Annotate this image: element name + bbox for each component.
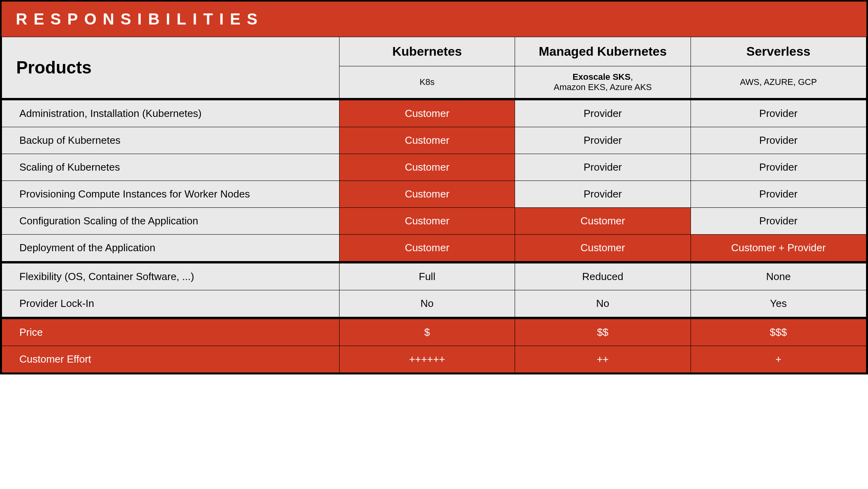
cell-flexibility-serverless: None <box>691 262 866 290</box>
cell-backup-managed: Provider <box>515 127 691 154</box>
cell-flexibility-k8s: Full <box>339 262 515 290</box>
cell-config-scaling-app-managed: Customer <box>515 208 691 235</box>
cell-provisioning-serverless: Provider <box>691 181 866 208</box>
cell-scaling-k8s-k8s: Customer <box>339 154 515 181</box>
cell-price-k8s: $ <box>339 318 515 346</box>
comparison-table: Products Kubernetes Managed Kubernetes S… <box>2 37 866 373</box>
cell-backup-serverless: Provider <box>691 127 866 154</box>
label-scaling-k8s: Scaling of Kubernetes <box>2 154 340 181</box>
row-flexibility: Flexibility (OS, Container Software, ...… <box>2 262 866 290</box>
cell-scaling-k8s-serverless: Provider <box>691 154 866 181</box>
cell-price-managed: $$ <box>515 318 691 346</box>
cell-lockin-serverless: Yes <box>691 290 866 318</box>
row-lockin: Provider Lock-In No No Yes <box>2 290 866 318</box>
label-provisioning: Provisioning Compute Instances for Worke… <box>2 181 340 208</box>
label-flexibility: Flexibility (OS, Container Software, ...… <box>2 262 340 290</box>
label-config-scaling-app: Configuration Scaling of the Application <box>2 208 340 235</box>
title-bar: RESPONSIBILITIES <box>2 2 866 37</box>
subheader-kubernetes: K8s <box>339 66 515 100</box>
cell-provisioning-k8s: Customer <box>339 181 515 208</box>
row-price: Price $ $$ $$$ <box>2 318 866 346</box>
cell-config-scaling-app-serverless: Provider <box>691 208 866 235</box>
cell-administration-serverless: Provider <box>691 99 866 127</box>
header-managed-kubernetes: Managed Kubernetes <box>515 37 691 66</box>
row-provisioning: Provisioning Compute Instances for Worke… <box>2 181 866 208</box>
row-effort: Customer Effort ++++++ ++ + <box>2 346 866 373</box>
header-row-main: Products Kubernetes Managed Kubernetes S… <box>2 37 866 66</box>
subheader-managed-rest: Amazon EKS, Azure AKS <box>554 82 652 92</box>
subheader-managed-bold: Exoscale SKS <box>572 72 630 82</box>
label-deployment-app: Deployment of the Application <box>2 235 340 263</box>
row-administration: Administration, Installation (Kubernetes… <box>2 99 866 127</box>
cell-flexibility-managed: Reduced <box>515 262 691 290</box>
cell-administration-k8s: Customer <box>339 99 515 127</box>
cell-deployment-app-managed: Customer <box>515 235 691 263</box>
cell-provisioning-managed: Provider <box>515 181 691 208</box>
cell-administration-managed: Provider <box>515 99 691 127</box>
label-lockin: Provider Lock-In <box>2 290 340 318</box>
cell-effort-serverless: + <box>691 346 866 373</box>
cell-lockin-managed: No <box>515 290 691 318</box>
header-products: Products <box>2 37 340 100</box>
cell-price-serverless: $$$ <box>691 318 866 346</box>
cell-config-scaling-app-k8s: Customer <box>339 208 515 235</box>
label-price: Price <box>2 318 340 346</box>
header-kubernetes: Kubernetes <box>339 37 515 66</box>
cell-deployment-app-k8s: Customer <box>339 235 515 263</box>
cell-effort-managed: ++ <box>515 346 691 373</box>
label-administration: Administration, Installation (Kubernetes… <box>2 99 340 127</box>
subheader-managed: Exoscale SKS, Amazon EKS, Azure AKS <box>515 66 691 100</box>
row-config-scaling-app: Configuration Scaling of the Application… <box>2 208 866 235</box>
subheader-serverless: AWS, AZURE, GCP <box>691 66 866 100</box>
cell-effort-k8s: ++++++ <box>339 346 515 373</box>
row-backup: Backup of Kubernetes Customer Provider P… <box>2 127 866 154</box>
cell-lockin-k8s: No <box>339 290 515 318</box>
row-scaling-k8s: Scaling of Kubernetes Customer Provider … <box>2 154 866 181</box>
label-backup: Backup of Kubernetes <box>2 127 340 154</box>
cell-backup-k8s: Customer <box>339 127 515 154</box>
header-serverless: Serverless <box>691 37 866 66</box>
responsibilities-table-container: RESPONSIBILITIES Products Kubernetes Man… <box>0 0 868 374</box>
label-effort: Customer Effort <box>2 346 340 373</box>
cell-scaling-k8s-managed: Provider <box>515 154 691 181</box>
cell-deployment-app-serverless: Customer + Provider <box>691 235 866 263</box>
row-deployment-app: Deployment of the Application Customer C… <box>2 235 866 263</box>
